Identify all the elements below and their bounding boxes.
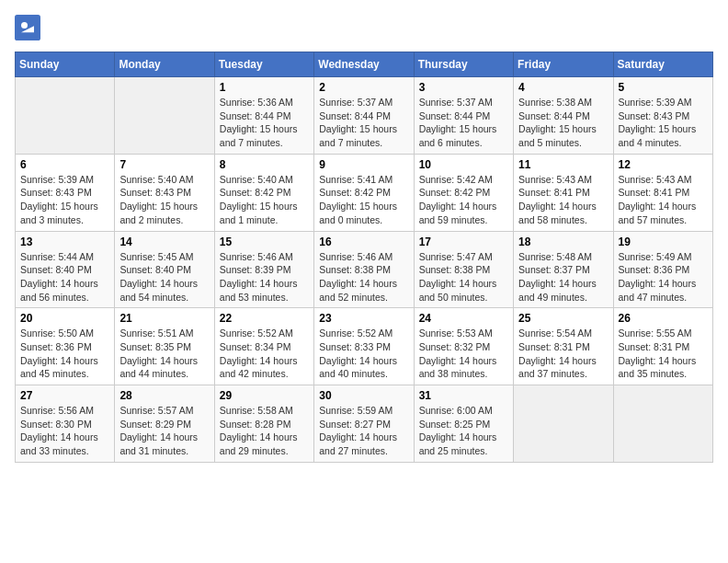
logo-icon xyxy=(15,15,40,40)
week-row-5: 27Sunrise: 5:56 AM Sunset: 8:30 PM Dayli… xyxy=(16,385,713,463)
day-number: 13 xyxy=(20,236,109,248)
day-detail: Sunrise: 5:52 AM Sunset: 8:33 PM Dayligh… xyxy=(319,327,408,381)
day-detail: Sunrise: 5:53 AM Sunset: 8:32 PM Dayligh… xyxy=(419,327,508,381)
day-detail: Sunrise: 5:52 AM Sunset: 8:34 PM Dayligh… xyxy=(220,327,309,381)
day-detail: Sunrise: 5:36 AM Sunset: 8:44 PM Dayligh… xyxy=(220,96,309,150)
dow-thursday: Thursday xyxy=(414,52,513,77)
day-cell: 1Sunrise: 5:36 AM Sunset: 8:44 PM Daylig… xyxy=(214,77,313,155)
day-cell: 17Sunrise: 5:47 AM Sunset: 8:38 PM Dayli… xyxy=(414,231,513,308)
day-detail: Sunrise: 5:40 AM Sunset: 8:43 PM Dayligh… xyxy=(119,173,209,227)
dow-tuesday: Tuesday xyxy=(214,52,313,77)
day-cell: 22Sunrise: 5:52 AM Sunset: 8:34 PM Dayli… xyxy=(214,308,313,385)
day-number: 20 xyxy=(20,312,109,325)
day-cell: 5Sunrise: 5:39 AM Sunset: 8:43 PM Daylig… xyxy=(613,77,712,155)
calendar-table: SundayMondayTuesdayWednesdayThursdayFrid… xyxy=(15,52,713,463)
day-detail: Sunrise: 5:59 AM Sunset: 8:27 PM Dayligh… xyxy=(319,404,408,458)
day-detail: Sunrise: 5:54 AM Sunset: 8:31 PM Dayligh… xyxy=(518,327,608,381)
logo xyxy=(15,15,44,40)
day-detail: Sunrise: 5:41 AM Sunset: 8:42 PM Dayligh… xyxy=(319,173,408,227)
week-row-3: 13Sunrise: 5:44 AM Sunset: 8:40 PM Dayli… xyxy=(16,231,713,308)
day-number: 16 xyxy=(319,236,408,248)
svg-point-2 xyxy=(21,22,28,29)
day-cell xyxy=(16,77,115,155)
day-cell: 26Sunrise: 5:55 AM Sunset: 8:31 PM Dayli… xyxy=(613,308,712,385)
day-number: 15 xyxy=(220,236,309,248)
day-cell: 25Sunrise: 5:54 AM Sunset: 8:31 PM Dayli… xyxy=(514,308,613,385)
day-detail: Sunrise: 5:51 AM Sunset: 8:35 PM Dayligh… xyxy=(119,327,209,381)
day-detail: Sunrise: 5:39 AM Sunset: 8:43 PM Dayligh… xyxy=(20,173,109,227)
day-cell: 30Sunrise: 5:59 AM Sunset: 8:27 PM Dayli… xyxy=(314,385,414,463)
day-detail: Sunrise: 5:38 AM Sunset: 8:44 PM Dayligh… xyxy=(518,96,608,150)
day-number: 7 xyxy=(119,158,209,171)
day-number: 10 xyxy=(419,158,508,171)
day-number: 21 xyxy=(119,312,209,325)
day-cell: 11Sunrise: 5:43 AM Sunset: 8:41 PM Dayli… xyxy=(514,154,613,231)
day-cell: 31Sunrise: 6:00 AM Sunset: 8:25 PM Dayli… xyxy=(414,385,513,463)
day-cell: 18Sunrise: 5:48 AM Sunset: 8:37 PM Dayli… xyxy=(514,231,613,308)
day-number: 4 xyxy=(518,81,608,94)
day-detail: Sunrise: 5:43 AM Sunset: 8:41 PM Dayligh… xyxy=(619,173,708,227)
day-cell: 10Sunrise: 5:42 AM Sunset: 8:42 PM Dayli… xyxy=(414,154,513,231)
day-cell: 14Sunrise: 5:45 AM Sunset: 8:40 PM Dayli… xyxy=(115,231,214,308)
day-cell: 13Sunrise: 5:44 AM Sunset: 8:40 PM Dayli… xyxy=(16,231,115,308)
day-detail: Sunrise: 5:50 AM Sunset: 8:36 PM Dayligh… xyxy=(20,327,109,381)
day-cell: 15Sunrise: 5:46 AM Sunset: 8:39 PM Dayli… xyxy=(214,231,313,308)
day-detail: Sunrise: 5:55 AM Sunset: 8:31 PM Dayligh… xyxy=(619,327,708,381)
day-number: 6 xyxy=(20,158,109,171)
day-number: 9 xyxy=(319,158,408,171)
day-detail: Sunrise: 5:46 AM Sunset: 8:39 PM Dayligh… xyxy=(220,250,309,304)
day-number: 25 xyxy=(518,312,608,325)
day-number: 1 xyxy=(220,81,309,94)
day-detail: Sunrise: 5:37 AM Sunset: 8:44 PM Dayligh… xyxy=(419,96,508,150)
calendar-body: 1Sunrise: 5:36 AM Sunset: 8:44 PM Daylig… xyxy=(16,77,713,463)
day-number: 12 xyxy=(619,158,708,171)
day-cell: 23Sunrise: 5:52 AM Sunset: 8:33 PM Dayli… xyxy=(314,308,414,385)
day-cell: 19Sunrise: 5:49 AM Sunset: 8:36 PM Dayli… xyxy=(613,231,712,308)
dow-sunday: Sunday xyxy=(16,52,115,77)
day-number: 14 xyxy=(119,236,209,248)
day-cell: 27Sunrise: 5:56 AM Sunset: 8:30 PM Dayli… xyxy=(16,385,115,463)
day-cell: 24Sunrise: 5:53 AM Sunset: 8:32 PM Dayli… xyxy=(414,308,513,385)
week-row-2: 6Sunrise: 5:39 AM Sunset: 8:43 PM Daylig… xyxy=(16,154,713,231)
dow-wednesday: Wednesday xyxy=(314,52,414,77)
day-detail: Sunrise: 6:00 AM Sunset: 8:25 PM Dayligh… xyxy=(419,404,508,458)
day-detail: Sunrise: 5:44 AM Sunset: 8:40 PM Dayligh… xyxy=(20,250,109,304)
day-detail: Sunrise: 5:43 AM Sunset: 8:41 PM Dayligh… xyxy=(518,173,608,227)
day-number: 31 xyxy=(419,389,508,402)
day-cell: 28Sunrise: 5:57 AM Sunset: 8:29 PM Dayli… xyxy=(115,385,214,463)
day-number: 24 xyxy=(419,312,508,325)
day-cell: 29Sunrise: 5:58 AM Sunset: 8:28 PM Dayli… xyxy=(214,385,313,463)
day-cell: 6Sunrise: 5:39 AM Sunset: 8:43 PM Daylig… xyxy=(16,154,115,231)
day-cell: 12Sunrise: 5:43 AM Sunset: 8:41 PM Dayli… xyxy=(613,154,712,231)
day-cell: 21Sunrise: 5:51 AM Sunset: 8:35 PM Dayli… xyxy=(115,308,214,385)
day-number: 8 xyxy=(220,158,309,171)
page-header xyxy=(15,15,713,40)
day-cell: 2Sunrise: 5:37 AM Sunset: 8:44 PM Daylig… xyxy=(314,77,414,155)
day-cell: 9Sunrise: 5:41 AM Sunset: 8:42 PM Daylig… xyxy=(314,154,414,231)
day-detail: Sunrise: 5:40 AM Sunset: 8:42 PM Dayligh… xyxy=(220,173,309,227)
week-row-4: 20Sunrise: 5:50 AM Sunset: 8:36 PM Dayli… xyxy=(16,308,713,385)
day-detail: Sunrise: 5:49 AM Sunset: 8:36 PM Dayligh… xyxy=(619,250,708,304)
day-detail: Sunrise: 5:37 AM Sunset: 8:44 PM Dayligh… xyxy=(319,96,408,150)
day-detail: Sunrise: 5:47 AM Sunset: 8:38 PM Dayligh… xyxy=(419,250,508,304)
day-number: 22 xyxy=(220,312,309,325)
day-cell: 7Sunrise: 5:40 AM Sunset: 8:43 PM Daylig… xyxy=(115,154,214,231)
day-cell: 3Sunrise: 5:37 AM Sunset: 8:44 PM Daylig… xyxy=(414,77,513,155)
dow-friday: Friday xyxy=(514,52,613,77)
dow-monday: Monday xyxy=(115,52,214,77)
day-cell: 20Sunrise: 5:50 AM Sunset: 8:36 PM Dayli… xyxy=(16,308,115,385)
day-detail: Sunrise: 5:56 AM Sunset: 8:30 PM Dayligh… xyxy=(20,404,109,458)
day-detail: Sunrise: 5:46 AM Sunset: 8:38 PM Dayligh… xyxy=(319,250,408,304)
day-detail: Sunrise: 5:57 AM Sunset: 8:29 PM Dayligh… xyxy=(119,404,209,458)
week-row-1: 1Sunrise: 5:36 AM Sunset: 8:44 PM Daylig… xyxy=(16,77,713,155)
day-number: 26 xyxy=(619,312,708,325)
day-number: 5 xyxy=(619,81,708,94)
day-number: 3 xyxy=(419,81,508,94)
day-cell xyxy=(613,385,712,463)
day-detail: Sunrise: 5:45 AM Sunset: 8:40 PM Dayligh… xyxy=(119,250,209,304)
day-cell: 8Sunrise: 5:40 AM Sunset: 8:42 PM Daylig… xyxy=(214,154,313,231)
day-number: 27 xyxy=(20,389,109,402)
day-number: 29 xyxy=(220,389,309,402)
day-cell xyxy=(115,77,214,155)
day-detail: Sunrise: 5:42 AM Sunset: 8:42 PM Dayligh… xyxy=(419,173,508,227)
